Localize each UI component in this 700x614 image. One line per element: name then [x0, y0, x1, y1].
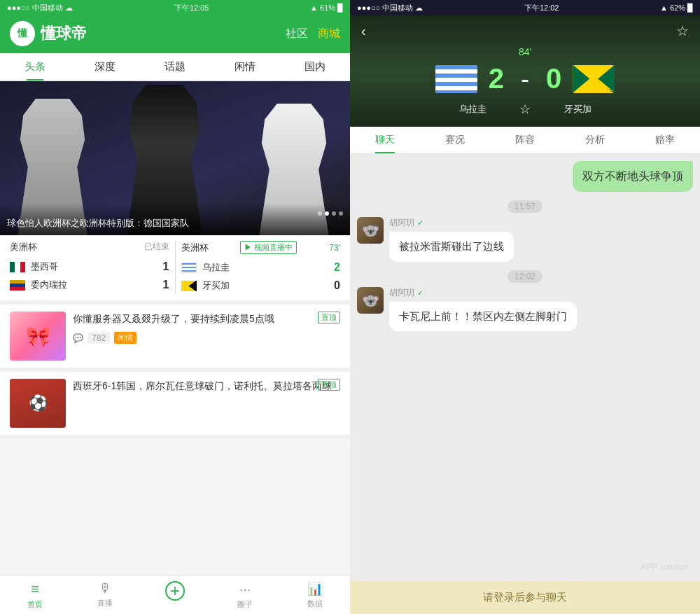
nav-data[interactable]: 📊 数据 [280, 575, 350, 614]
chat-content-left-2: 胡阿玥 ✓ 卡瓦尼上前！！禁区内左侧左脚射门 [389, 287, 693, 332]
chat-bubble-left-2: 卡瓦尼上前！！禁区内左侧左脚射门 [389, 302, 577, 332]
chat-username-1: 胡阿玥 ✓ [389, 217, 693, 229]
avatar-koala-1: 🐨 [357, 217, 384, 244]
left-panel: ●●●○○ 中国移动 ☁ 下午12:05 ▲ 61% ▉ 懂 懂球帝 社区 商城… [0, 0, 350, 614]
nav-circle[interactable]: ··· 圈子 [210, 575, 280, 614]
app-title: 懂球帝 [41, 23, 87, 44]
score-col-left: 美洲杯 已结束 墨西哥 1 [10, 241, 175, 295]
pin-badge-2: 置顶 [318, 379, 340, 391]
nav-home[interactable]: ≡ 首页 [0, 575, 70, 614]
match-score-dash: - [515, 64, 535, 94]
tab-domestic[interactable]: 国内 [280, 53, 350, 81]
comment-count-1: 782 [88, 333, 110, 344]
flag-mexico [10, 262, 25, 272]
tab-topic[interactable]: 话题 [140, 53, 210, 81]
match-time: 84' [361, 46, 689, 57]
tab-leisure[interactable]: 闲情 [210, 53, 280, 81]
team2-name: 牙买加 [546, 103, 609, 116]
status-bar-right: ●●●○○ 中国移动 ☁ 下午12:02 ▲ 62% ▉ [350, 0, 700, 15]
dot-3 [332, 211, 336, 216]
hero-caption: 球色怡人欧洲杯之欧洲杯特别版：德国国家队 [0, 203, 350, 235]
match-row-3[interactable]: 乌拉圭 2 [181, 258, 341, 277]
comment-icon-1: 💬 [73, 333, 83, 343]
chat-bubble-left-1: 被拉米雷斯碰出了边线 [389, 232, 514, 262]
chat-area: 双方不断地头球争顶 11:57 🐨 胡阿玥 ✓ 被拉米雷斯碰出了边线 12:02… [350, 154, 700, 580]
status-time-left: 下午12:05 [174, 3, 209, 13]
score-mexico: 1 [155, 260, 169, 273]
match-score-2: 0 [546, 63, 561, 95]
tabs-left: 头条 深度 话题 闲情 国内 [0, 53, 350, 81]
news-meta-1: 💬 782 闲情 [73, 332, 340, 344]
status-battery-left: ▲ 61% ▉ [310, 4, 343, 13]
header-nav-right: 社区 商城 [286, 27, 340, 41]
match-row-1[interactable]: 墨西哥 1 [10, 258, 169, 276]
news-item-1[interactable]: 🎀 你懂服务器又叒叕升级了，要持续到凌晨5点哦 💬 782 闲情 置顶 [0, 305, 350, 372]
team-mexico: 墨西哥 [31, 260, 150, 273]
score-section: 美洲杯 已结束 墨西哥 1 [0, 235, 350, 305]
timestamp-2: 12:02 [507, 270, 542, 283]
news-thumb-2: ⚽ [10, 379, 66, 428]
chat-msg-right-1: 双方不断地头球争顶 [357, 161, 693, 192]
live-time: 73' [329, 243, 340, 253]
tab-match-status[interactable]: 赛况 [420, 127, 490, 153]
news-thumb-1: 🎀 [10, 312, 66, 361]
bottom-nav-left: ≡ 首页 🎙 直播 + ··· 圈子 📊 数据 [0, 575, 350, 614]
score-columns: 美洲杯 已结束 墨西哥 1 [10, 241, 340, 295]
match-score-1: 2 [489, 63, 504, 95]
match-row-4[interactable]: 牙买加 0 [181, 277, 341, 295]
tab-analysis[interactable]: 分析 [560, 127, 630, 153]
tab-depth[interactable]: 深度 [70, 53, 140, 81]
nav-circle-label: 圈子 [237, 599, 253, 610]
header-left: 懂 懂球帝 社区 商城 [0, 15, 350, 53]
home-icon: ≡ [31, 581, 39, 597]
flag-uruguay-small [181, 263, 197, 273]
team-jamaica-r: 牙买加 [202, 279, 321, 292]
flag-venezuela [10, 280, 25, 291]
status-carrier-right: ●●●○○ 中国移动 ☁ [357, 3, 423, 13]
chat-input-area[interactable]: 请登录后参与聊天 [350, 580, 700, 614]
status-time-right: 下午12:02 [524, 3, 559, 13]
live-badge[interactable]: ▶ 视频直播中 [240, 241, 297, 254]
flag-uruguay-large [435, 65, 477, 93]
logo-area[interactable]: 懂 懂球帝 [10, 21, 87, 46]
chat-content-left-1: 胡阿玥 ✓ 被拉米雷斯碰出了边线 [389, 217, 693, 262]
nav-community[interactable]: 社区 [286, 27, 308, 41]
nav-shop[interactable]: 商城 [318, 27, 340, 41]
nav-add[interactable]: + [140, 575, 210, 614]
status-bar-left: ●●●○○ 中国移动 ☁ 下午12:05 ▲ 61% ▉ [0, 0, 350, 15]
team-uruguay-r: 乌拉圭 [202, 261, 321, 274]
team-venezuela: 委内瑞拉 [31, 279, 150, 291]
back-button[interactable]: ‹ [361, 23, 366, 39]
chat-bubble-right-1: 双方不断地头球争顶 [573, 161, 693, 192]
match-score-row: 2 - 0 [361, 63, 689, 95]
favorite-button[interactable]: ☆ [676, 22, 689, 39]
tag-badge-1: 闲情 [114, 332, 136, 344]
nav-live[interactable]: 🎙 直播 [70, 575, 140, 614]
news-content-1: 你懂服务器又叒叕升级了，要持续到凌晨5点哦 💬 782 闲情 [73, 312, 340, 361]
tab-headlines[interactable]: 头条 [0, 53, 70, 81]
tab-lineup[interactable]: 阵容 [490, 127, 560, 153]
tab-chat[interactable]: 聊天 [350, 127, 420, 153]
tab-odds[interactable]: 赔率 [630, 127, 700, 153]
app-avatar: 懂 [10, 21, 35, 46]
league-right: 美洲杯 [181, 242, 209, 254]
news-content-2: 西班牙6-1韩国，席尔瓦任意球破门，诺利托、莫拉塔各两球 [73, 379, 340, 428]
hero-banner[interactable]: 球色怡人欧洲杯之欧洲杯特别版：德国国家队 [0, 81, 350, 235]
match-row-2[interactable]: 委内瑞拉 1 [10, 276, 169, 294]
news-title-1: 你懂服务器又叒叕升级了，要持续到凌晨5点哦 [73, 312, 340, 326]
status-left: 已结束 [144, 241, 169, 253]
watermark: APP solution [641, 562, 690, 572]
chat-username-2: 胡阿玥 ✓ [389, 287, 693, 299]
dot-4 [339, 211, 343, 216]
match-top-nav: ‹ ☆ [361, 22, 689, 39]
pin-badge-1: 置顶 [318, 312, 340, 323]
score-venezuela: 1 [155, 279, 169, 291]
news-item-2[interactable]: ⚽ 西班牙6-1韩国，席尔瓦任意球破门，诺利托、莫拉塔各两球 置顶 [0, 372, 350, 439]
match-star-icon[interactable]: ☆ [504, 102, 546, 117]
right-panel: ●●●○○ 中国移动 ☁ 下午12:02 ▲ 62% ▉ ‹ ☆ 84' 2 -… [350, 0, 700, 614]
nav-home-label: 首页 [27, 599, 43, 610]
data-icon: 📊 [307, 581, 323, 596]
chat-msg-left-1: 🐨 胡阿玥 ✓ 被拉米雷斯碰出了边线 [357, 217, 693, 262]
news-title-2: 西班牙6-1韩国，席尔瓦任意球破门，诺利托、莫拉塔各两球 [73, 379, 340, 393]
flag-jamaica-small [181, 281, 197, 291]
